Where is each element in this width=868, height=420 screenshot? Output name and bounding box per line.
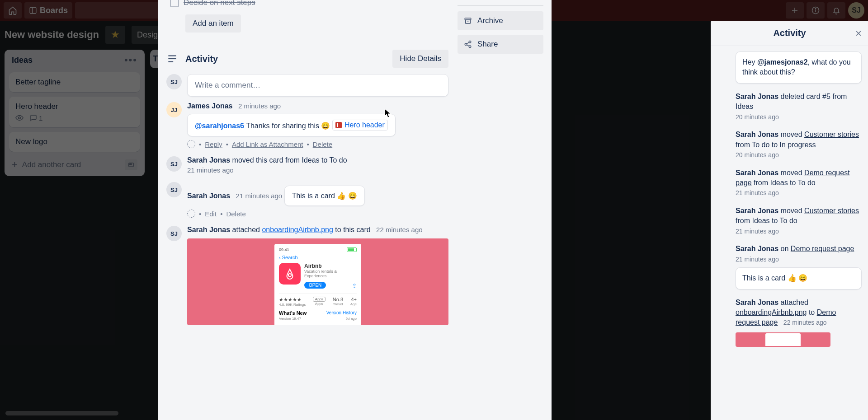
card-link[interactable]: Hero header: [332, 120, 388, 131]
activity-timestamp: 20 minutes ago: [736, 151, 862, 160]
comment-bubble: This is a card 👍 😄: [736, 267, 862, 289]
phone-mockup: 09:41 ‹ Search Airbnb Vacation rentals &…: [274, 244, 361, 325]
activity-author[interactable]: Sarah Jonas: [736, 169, 778, 177]
svg-point-20: [469, 46, 471, 48]
comment-input[interactable]: Write a comment…: [187, 74, 448, 97]
comment-bubble: Hey @jamesjonas2, what do you think abou…: [736, 51, 862, 84]
add-checklist-item-button[interactable]: Add an item: [185, 14, 241, 33]
svg-rect-16: [465, 18, 471, 20]
checklist-item-text: Decide on next steps: [184, 0, 255, 7]
card-link[interactable]: Customer stories: [804, 207, 859, 215]
comment-bubble: This is a card 👍 😄: [284, 186, 365, 206]
drawer-title: Activity: [773, 28, 806, 38]
card-link[interactable]: Demo request page: [791, 245, 854, 252]
add-reaction-button[interactable]: [187, 140, 195, 148]
activity-timestamp: 21 minutes ago: [236, 192, 283, 200]
attachment-filename-link[interactable]: onboardingAirbnb.png: [736, 308, 807, 316]
activity-timestamp: 22 minutes ago: [783, 319, 827, 326]
archive-button[interactable]: Archive: [458, 11, 543, 30]
mention[interactable]: @sarahjonas6: [195, 122, 244, 130]
user-avatar: JJ: [166, 102, 182, 117]
activity-timestamp: 21 minutes ago: [736, 189, 862, 198]
current-user-avatar: SJ: [166, 74, 182, 89]
attachment-filename-link[interactable]: onboardingAirbnb.png: [262, 226, 333, 233]
card-link[interactable]: Customer stories: [804, 131, 859, 138]
activity-author[interactable]: Sarah Jonas: [187, 226, 230, 233]
edit-comment-link[interactable]: Edit: [205, 210, 217, 218]
attachment-preview[interactable]: 09:41 ‹ Search Airbnb Vacation rentals &…: [187, 238, 448, 325]
add-reaction-button[interactable]: [187, 210, 195, 218]
activity-section-title: Activity: [185, 54, 218, 64]
share-icon: ⇪: [352, 278, 357, 289]
share-icon: [464, 40, 472, 48]
activity-author[interactable]: Sarah Jonas: [736, 245, 778, 252]
archive-icon: [464, 17, 472, 25]
activity-author[interactable]: James Jonas: [187, 102, 233, 110]
delete-comment-link[interactable]: Delete: [226, 210, 245, 218]
back-link: ‹ Search: [279, 255, 357, 260]
activity-timestamp: 21 minutes ago: [736, 255, 862, 264]
attachment-thumbnail[interactable]: [736, 332, 830, 347]
activity-author[interactable]: Sarah Jonas: [736, 299, 778, 306]
user-avatar: SJ: [166, 182, 182, 197]
comment-bubble: @sarahjonas6 Thanks for sharing this 😄 H…: [187, 114, 396, 136]
cursor-icon: [384, 108, 392, 118]
hide-details-button[interactable]: Hide Details: [392, 50, 448, 68]
battery-icon: [347, 247, 357, 252]
share-button[interactable]: Share: [458, 35, 543, 54]
svg-line-21: [467, 42, 469, 44]
user-avatar: SJ: [166, 156, 182, 172]
activity-icon: [166, 53, 178, 65]
activity-timestamp: 21 minutes ago: [187, 166, 448, 174]
activity-author[interactable]: Sarah Jonas: [736, 93, 778, 100]
activity-author[interactable]: Sarah Jonas: [736, 207, 778, 215]
card-modal: Decide on next steps Add an item Activit…: [158, 0, 552, 420]
board-chip-icon: [335, 122, 342, 128]
delete-comment-link[interactable]: Delete: [313, 140, 332, 148]
activity-timestamp: 21 minutes ago: [736, 227, 862, 236]
activity-author[interactable]: Sarah Jonas: [187, 192, 230, 200]
user-avatar: SJ: [166, 226, 182, 241]
svg-point-18: [469, 41, 471, 43]
add-link-attachment-link[interactable]: Add Link as Attachment: [232, 140, 303, 148]
close-drawer-button[interactable]: ×: [855, 27, 862, 40]
activity-timestamp: 22 minutes ago: [376, 226, 423, 233]
svg-point-15: [288, 274, 292, 277]
airbnb-app-icon: [279, 263, 301, 285]
reply-link[interactable]: Reply: [205, 140, 222, 148]
activity-timestamp: 20 minutes ago: [736, 113, 862, 122]
mention[interactable]: @jamesjonas2: [757, 58, 808, 66]
svg-point-19: [465, 43, 467, 46]
checkbox[interactable]: [170, 0, 179, 7]
activity-drawer: Activity × Hey @jamesjonas2, what do you…: [711, 21, 868, 420]
svg-line-22: [467, 45, 469, 46]
activity-author[interactable]: Sarah Jonas: [736, 131, 778, 138]
activity-author[interactable]: Sarah Jonas: [187, 156, 230, 164]
activity-timestamp: 2 minutes ago: [238, 102, 281, 110]
